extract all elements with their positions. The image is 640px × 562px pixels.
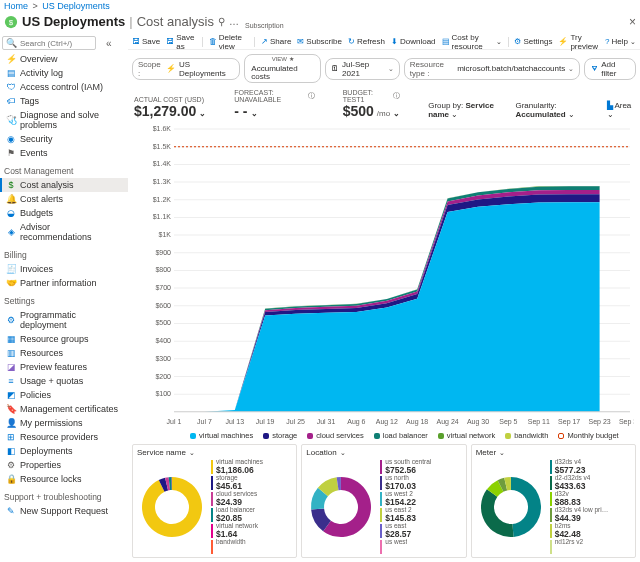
toolbar-icon: ? bbox=[605, 37, 609, 46]
svg-text:Sep 23: Sep 23 bbox=[589, 418, 611, 426]
sidebar-item[interactable]: 🔒Resource locks bbox=[0, 472, 128, 486]
legend-item[interactable]: virtual machines bbox=[190, 431, 253, 440]
search-input[interactable]: 🔍 bbox=[2, 36, 96, 50]
nav-icon: ✎ bbox=[6, 506, 16, 516]
sidebar-item[interactable]: 🛡Access control (IAM) bbox=[0, 80, 128, 94]
sidebar-item[interactable]: ⚙Programmatic deployment bbox=[0, 308, 128, 332]
sidebar-item[interactable]: 👤My permissions bbox=[0, 416, 128, 430]
donut-title[interactable]: Service name ⌄ bbox=[137, 448, 292, 457]
save-button[interactable]: 🖫Save bbox=[132, 37, 160, 46]
sidebar-item[interactable]: ◩Policies bbox=[0, 388, 128, 402]
toolbar-icon: 🗑 bbox=[209, 37, 217, 46]
nav-label: My permissions bbox=[20, 418, 83, 428]
donut-legend-item[interactable]: load balancer$20.85 bbox=[211, 507, 292, 522]
donut-legend-item[interactable]: us west 2$154.22 bbox=[380, 491, 461, 506]
saveas-button[interactable]: 🖫Save as bbox=[166, 33, 196, 51]
period-pill[interactable]: 🗓 Jul-Sep 2021 ⌄ bbox=[325, 58, 400, 80]
donut-legend-item[interactable]: nd12rs v2 bbox=[550, 539, 631, 554]
sidebar-item[interactable]: ◒Budgets bbox=[0, 206, 128, 220]
help-button[interactable]: ?Help⌄ bbox=[605, 37, 636, 46]
add-filter-pill[interactable]: ⛛ Add filter bbox=[584, 58, 636, 80]
toolbar-icon: ↗ bbox=[261, 37, 268, 46]
donut-legend-item[interactable]: cloud services$24.39 bbox=[211, 491, 292, 506]
sidebar-item[interactable]: ⚡Overview bbox=[0, 52, 128, 66]
sidebar-item[interactable]: ◈Advisor recommendations bbox=[0, 220, 128, 244]
sidebar-item[interactable]: 🩺Diagnose and solve problems bbox=[0, 108, 128, 132]
nav-icon: ◩ bbox=[6, 390, 16, 400]
cost-by-resource-button[interactable]: ▤Cost by resource⌄ bbox=[442, 33, 502, 51]
sidebar-item[interactable]: $Cost analysis bbox=[0, 178, 128, 192]
donut-legend-item[interactable]: virtual machines$1,186.06 bbox=[211, 459, 292, 474]
donut-legend-item[interactable]: virtual network$1.64 bbox=[211, 523, 292, 538]
try-preview-button[interactable]: ⚡Try preview bbox=[558, 33, 599, 51]
toolbar-icon: ▤ bbox=[442, 37, 450, 46]
legend-item[interactable]: cloud services bbox=[307, 431, 364, 440]
share-button[interactable]: ↗Share bbox=[261, 37, 291, 46]
sidebar-item[interactable]: ≡Usage + quotas bbox=[0, 374, 128, 388]
donut-legend-item[interactable]: us north$170.03 bbox=[380, 475, 461, 490]
chart-type-select[interactable]: ▙ Area ⌄ bbox=[607, 101, 634, 119]
toolbar-icon: ⚡ bbox=[558, 37, 568, 46]
kpi-actual-value: $1,279.00 bbox=[134, 103, 196, 119]
sidebar-item[interactable]: ◉Security bbox=[0, 132, 128, 146]
settings-button[interactable]: ⚙Settings bbox=[514, 37, 552, 46]
donut-legend-item[interactable]: d32ds v4$577.23 bbox=[550, 459, 631, 474]
sidebar-item[interactable]: 🏷Tags bbox=[0, 94, 128, 108]
collapse-icon[interactable]: « bbox=[106, 38, 112, 49]
donut-legend-item[interactable]: storage$45.61 bbox=[211, 475, 292, 490]
restype-pill[interactable]: Resource type : microsoft.batch/batchacc… bbox=[404, 58, 580, 80]
scope-pill[interactable]: Scope : ⚡ US Deployments bbox=[132, 58, 240, 80]
donut-legend-item[interactable]: us south central$752.56 bbox=[380, 459, 461, 474]
sidebar-item[interactable]: ⚙Properties bbox=[0, 458, 128, 472]
sidebar-item[interactable]: ◧Deployments bbox=[0, 444, 128, 458]
close-icon[interactable]: × bbox=[629, 15, 636, 29]
legend-item[interactable]: storage bbox=[263, 431, 297, 440]
more-icon[interactable]: … bbox=[229, 16, 239, 27]
info-icon[interactable]: ⓘ bbox=[393, 91, 400, 101]
svg-text:$900: $900 bbox=[155, 249, 171, 256]
donut-legend-item[interactable]: us west bbox=[380, 539, 461, 554]
donut-legend-item[interactable]: bandwidth bbox=[211, 539, 292, 554]
sidebar-item[interactable]: ▥Resources bbox=[0, 346, 128, 360]
donut-legend-item[interactable]: us east$28.57 bbox=[380, 523, 461, 538]
kpi-forecast-value: - - bbox=[234, 103, 247, 119]
download-button[interactable]: ⬇Download bbox=[391, 37, 436, 46]
legend-item[interactable]: load balancer bbox=[374, 431, 428, 440]
info-icon[interactable]: ⓘ bbox=[308, 91, 315, 101]
subscribe-button[interactable]: ✉Subscribe bbox=[297, 37, 342, 46]
donut-title[interactable]: Meter ⌄ bbox=[476, 448, 631, 457]
sidebar-item[interactable]: ◪Preview features bbox=[0, 360, 128, 374]
legend-item[interactable]: Monthly budget bbox=[558, 431, 618, 440]
donut-legend-item[interactable]: d2-d32ds v4$433.63 bbox=[550, 475, 631, 490]
donut-legend-item[interactable]: us east 2$145.83 bbox=[380, 507, 461, 522]
legend-item[interactable]: virtual network bbox=[438, 431, 495, 440]
legend-item[interactable]: bandwidth bbox=[505, 431, 548, 440]
donut-legend-item[interactable]: d32ds v4 low pri…$44.39 bbox=[550, 507, 631, 522]
breadcrumb-home[interactable]: Home bbox=[4, 1, 28, 11]
sidebar-item[interactable]: ▦Resource groups bbox=[0, 332, 128, 346]
sidebar-item[interactable]: 🧾Invoices bbox=[0, 262, 128, 276]
sidebar-item[interactable]: ⊞Resource providers bbox=[0, 430, 128, 444]
sidebar-item[interactable]: 🤝Partner information bbox=[0, 276, 128, 290]
svg-text:Sep 5: Sep 5 bbox=[499, 418, 517, 426]
sidebar-item[interactable]: ✎New Support Request bbox=[0, 504, 128, 518]
donut-title[interactable]: Location ⌄ bbox=[306, 448, 461, 457]
sidebar-item[interactable]: ⚑Events bbox=[0, 146, 128, 160]
donut-legend-item[interactable]: d32v$88.83 bbox=[550, 491, 631, 506]
sidebar-item[interactable]: ▤Activity log bbox=[0, 66, 128, 80]
breadcrumb-sub[interactable]: US Deployments bbox=[42, 1, 110, 11]
nav-icon: ⚡ bbox=[6, 54, 16, 64]
granularity-select[interactable]: Granularity: Accumulated ⌄ bbox=[515, 101, 598, 119]
sidebar-item[interactable]: 🔔Cost alerts bbox=[0, 192, 128, 206]
donut-legend-item[interactable]: b2ms$42.48 bbox=[550, 523, 631, 538]
sidebar-item[interactable]: 🔖Management certificates bbox=[0, 402, 128, 416]
refresh-button[interactable]: ↻Refresh bbox=[348, 37, 385, 46]
delete-view-button[interactable]: 🗑Delete view bbox=[209, 33, 248, 51]
svg-text:$200: $200 bbox=[155, 372, 171, 379]
filterbar: Scope : ⚡ US Deployments VIEW ★Accumulat… bbox=[128, 50, 640, 87]
view-pill[interactable]: VIEW ★Accumulated costs bbox=[244, 54, 321, 83]
calendar-icon: 🗓 bbox=[331, 64, 339, 73]
svg-text:$1.6K: $1.6K bbox=[153, 125, 172, 132]
group-by-select[interactable]: Group by: Service name ⌄ bbox=[428, 101, 507, 119]
pin-icon[interactable]: ⚲ bbox=[218, 16, 225, 27]
